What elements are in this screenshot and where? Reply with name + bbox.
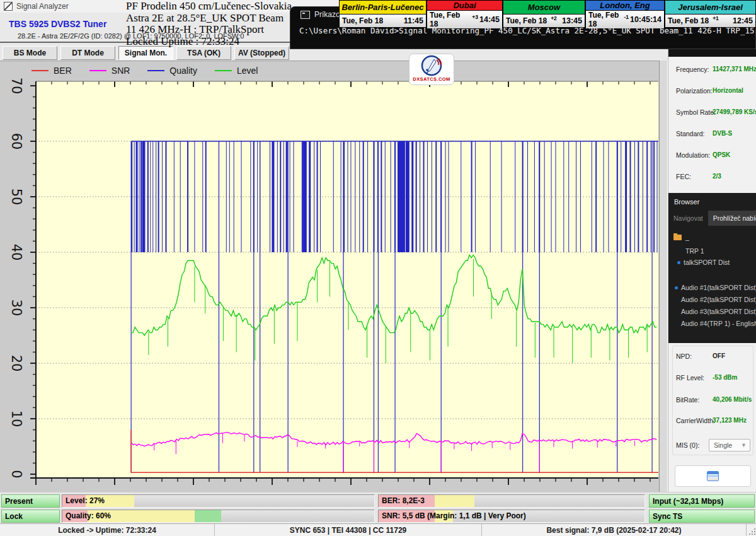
tab-tsa[interactable]: TSA (OK) xyxy=(176,46,231,60)
caption-line-1: PF Prodelin 450 cm/Lučenec-Slovakia xyxy=(126,1,299,13)
vertical-splitter[interactable] xyxy=(659,61,668,492)
mis-value: Single xyxy=(714,441,732,449)
window-title: Signal Analyzer xyxy=(16,2,69,11)
satellite-dish-icon xyxy=(419,54,444,77)
level-line-swatch xyxy=(215,70,232,71)
clock-utc-offset: +3 xyxy=(472,14,478,20)
status-uptime: Locked -> Uptime: 72:33:24 xyxy=(0,524,215,536)
tree-item-audio3[interactable]: Audio #3(talkSPORT Dist) - AAC xyxy=(668,308,756,317)
npd-value: OFF xyxy=(713,352,725,359)
quality-progress-text: Quality: 60% xyxy=(62,510,374,522)
clock-time: 10:45:14 xyxy=(630,15,662,24)
tab-signal-mon[interactable]: Signal Mon. xyxy=(118,46,173,60)
ber-line-swatch xyxy=(32,70,49,71)
command-prompt-icon xyxy=(301,11,310,19)
fec-value: 2/3 xyxy=(713,173,721,180)
bitrate-value: 40,206 Mbit/s xyxy=(713,396,752,403)
legend-label: Level xyxy=(237,66,258,76)
caption-overlay: PF Prodelin 450 cm/Lučenec-Slovakia Astr… xyxy=(126,1,299,47)
mode-tabs: BS Mode DT Mode Signal Mon. TSA (OK) AV … xyxy=(3,46,289,60)
clock-time: 14:45 xyxy=(479,15,500,24)
signal-chart: 010203040506070 BER SNR Quality Level xyxy=(0,61,659,492)
svg-text:50: 50 xyxy=(9,189,24,206)
level-progress-bar: Level: 27% xyxy=(62,494,375,508)
clock-panel: Jerusalem-Israel Tue, Feb 18 +1 12:45 xyxy=(665,0,756,28)
polarization-value: Horizontal xyxy=(713,87,743,94)
bullet-icon xyxy=(677,261,680,264)
clock-utc-offset: +2 xyxy=(551,15,557,21)
standard-label: Standard: xyxy=(676,130,705,137)
fec-label: FEC: xyxy=(676,173,691,180)
svg-text:10: 10 xyxy=(9,411,24,428)
app-icon xyxy=(4,2,13,11)
signal-analyzer-window: Signal Analyzer TBS 5925 DVBS2 Tuner 28.… xyxy=(0,0,756,536)
svg-text:70: 70 xyxy=(9,78,24,95)
tree-item-audio2[interactable]: Audio #2(talkSPORT Dist) - AAC xyxy=(668,296,756,305)
browser-panel: Browser Navigovat Prohlížeč nabídky N _ … xyxy=(668,193,756,343)
transport-stream-button[interactable] xyxy=(675,465,751,487)
caption-line-4: Locked Uptime : 72:33:24 xyxy=(126,36,299,48)
snr-progress-bar: SNR: 5,5 dB (Margin: 1,1 dB | Very Poor) xyxy=(378,510,645,523)
carrier-width-label: CarrierWidth: xyxy=(676,417,715,424)
standard-value: DVB-S xyxy=(713,130,732,137)
clock-time: 13:45 xyxy=(562,16,582,25)
legend-item-quality: Quality xyxy=(147,66,197,76)
clock-city: London, Eng xyxy=(586,1,664,11)
mis-label: MIS (0): xyxy=(676,441,699,449)
clock-date: Tue, Feb 18 xyxy=(506,16,547,25)
tree-item-trp1[interactable]: TRP 1 xyxy=(668,247,756,257)
clock-panel: London, Eng Tue, Feb 18 -1 10:45:14 xyxy=(585,0,665,28)
legend-label: Quality xyxy=(169,66,197,76)
tab-menu-browser[interactable]: Prohlížeč nabídky xyxy=(708,211,756,226)
tree-item-root[interactable]: _ xyxy=(668,233,756,243)
carrier-width-value: 37,123 MHz xyxy=(713,417,747,424)
legend-item-level: Level xyxy=(215,66,258,76)
svg-text:60: 60 xyxy=(9,133,24,150)
statusbar: Locked -> Uptime: 72:33:24 SYNC 653 | TE… xyxy=(0,523,756,536)
signal-info-panel: Frequency:11427,371 MHz Polarization:Hor… xyxy=(668,49,756,492)
modulation-value: QPSK xyxy=(713,151,730,158)
input-badge: Input (~32,31 Mbps) xyxy=(649,494,755,508)
tree-item-talksport[interactable]: talkSPORT Dist xyxy=(668,259,756,268)
clock-panel: Dubai Tue, Feb 18 +3 14:45 xyxy=(427,0,503,28)
clock-utc-offset: -1 xyxy=(624,14,629,20)
tab-dt-mode[interactable]: DT Mode xyxy=(60,46,115,60)
resize-grip-icon[interactable] xyxy=(748,528,755,536)
lock-badge: Lock xyxy=(1,510,60,523)
clock-utc-offset: +1 xyxy=(713,15,719,21)
ber-progress-bar: BER: 8,2E-3 xyxy=(378,494,645,508)
caption-line-2: Astra 2E at 28.5°E_UK SPOT Beam xyxy=(126,13,299,25)
signal-status-bars: Present Level: 27% BER: 8,2E-3 Input (~3… xyxy=(0,492,756,524)
world-clocks-bar: Berlin-Paris-Lučenec Tue, Feb 18 11:45 D… xyxy=(339,0,756,28)
snr-progress-text: SNR: 5,5 dB (Margin: 1,1 dB | Very Poor) xyxy=(379,510,644,522)
tree-item-audio4[interactable]: Audio #4(TRP 1) - English, AAC( xyxy=(668,320,756,329)
logo-text: DXSATCS.COM xyxy=(413,76,450,82)
npd-label: NPD: xyxy=(676,352,692,360)
tab-navigate[interactable]: Navigovat xyxy=(668,211,708,226)
clock-panel: Moscow Tue, Feb 18 +2 13:45 xyxy=(503,0,585,28)
snr-line-swatch xyxy=(89,70,106,71)
symbol-rate-label: Symbol Rate: xyxy=(676,108,716,116)
clock-date: Tue, Feb 18 xyxy=(588,11,620,28)
clock-time: 12:45 xyxy=(733,16,753,25)
rf-level-label: RF Level: xyxy=(676,374,704,382)
clock-city: Moscow xyxy=(503,1,585,15)
caption-line-3: 11 426 MHz-H : TRP/TalkSport xyxy=(126,24,299,36)
clock-time: 11:45 xyxy=(404,16,423,25)
bullet-icon xyxy=(675,286,678,289)
svg-text:20: 20 xyxy=(9,355,24,372)
status-sync-counters: SYNC 653 | TEI 44308 | CC 11729 xyxy=(215,524,482,536)
tab-av[interactable]: AV (Stopped) xyxy=(234,46,289,60)
legend-label: SNR xyxy=(112,66,130,76)
browser-tabs: Navigovat Prohlížeč nabídky N xyxy=(668,211,756,226)
frequency-value: 11427,371 MHz xyxy=(713,66,756,73)
tree-item-audio1[interactable]: Audio #1(talkSPORT Dist) - AAC xyxy=(668,284,756,293)
clock-city: Jerusalem-Israel xyxy=(665,1,755,15)
level-progress-text: Level: 27% xyxy=(62,495,374,507)
mis-select[interactable]: Single ▼ xyxy=(709,439,750,452)
rf-level-value: -53 dBm xyxy=(713,374,737,381)
polarization-label: Polarization: xyxy=(676,87,713,95)
browser-title: Browser xyxy=(674,198,699,206)
tab-bs-mode[interactable]: BS Mode xyxy=(3,46,57,60)
dxsatcs-logo: DXSATCS.COM xyxy=(409,54,454,85)
